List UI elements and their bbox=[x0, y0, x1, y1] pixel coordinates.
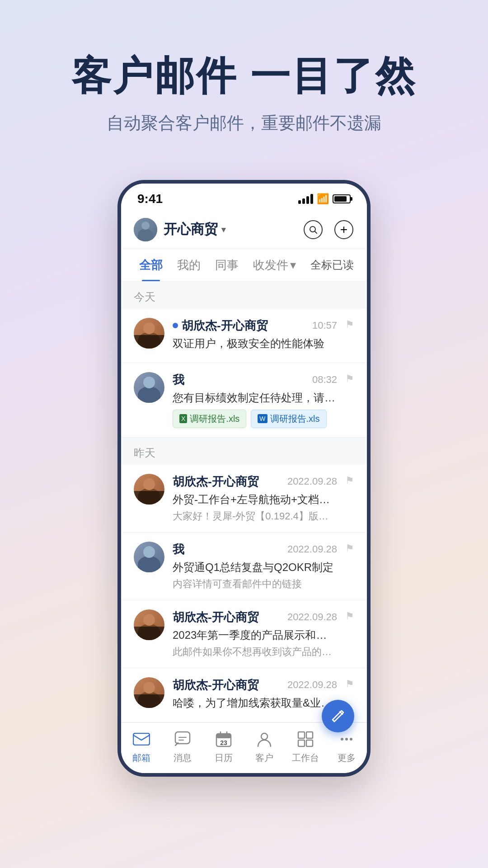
flag-icon[interactable]: ⚑ bbox=[345, 610, 354, 622]
nav-customers-label: 客户 bbox=[255, 752, 273, 764]
chat-icon bbox=[173, 729, 192, 749]
email-content: 我 08:32 您有目标绩效制定任待处理，请及时添加... X 调研报告.xls… bbox=[173, 372, 337, 428]
email-item[interactable]: 胡欣杰-开心商贸 10:57 双证用户，极致安全的性能体验 ⚑ bbox=[121, 309, 367, 363]
hero-section: 客户邮件 一目了然 自动聚合客户邮件，重要邮件不遗漏 bbox=[0, 0, 488, 171]
header-company[interactable]: 开心商贸 ▾ bbox=[164, 220, 225, 239]
hero-subtitle: 自动聚合客户邮件，重要邮件不遗漏 bbox=[27, 112, 461, 135]
email-content: 胡欣杰-开心商贸 2022.09.28 外贸-工作台+左导航拖动+文档聚合上..… bbox=[173, 474, 337, 523]
battery-icon bbox=[333, 194, 351, 203]
edit-icon bbox=[331, 709, 345, 723]
email-subject: 外贸通Q1总结复盘与Q2OKR制定 bbox=[173, 560, 337, 575]
email-preview: 内容详情可查看邮件中的链接 bbox=[173, 577, 337, 591]
phone-mockup: 9:41 📶 开心商贸 ▾ bbox=[117, 180, 371, 777]
nav-more[interactable]: 更多 bbox=[326, 729, 367, 764]
svg-rect-14 bbox=[298, 740, 305, 746]
sender-avatar bbox=[134, 372, 164, 403]
email-item[interactable]: 我 08:32 您有目标绩效制定任待处理，请及时添加... X 调研报告.xls… bbox=[121, 363, 367, 438]
nav-calendar[interactable]: 23 日历 bbox=[203, 729, 244, 764]
email-sender: 我 bbox=[173, 542, 184, 557]
sender-avatar bbox=[134, 542, 164, 572]
word-icon: W bbox=[258, 414, 267, 423]
email-list: 今天 胡欣杰-开心商贸 10:57 双证用户，极 bbox=[121, 282, 367, 722]
excel-icon: X bbox=[179, 414, 187, 423]
flag-icon[interactable]: ⚑ bbox=[345, 475, 354, 486]
unread-indicator bbox=[173, 323, 178, 328]
email-sender: 胡欣杰-开心商贸 bbox=[173, 318, 268, 334]
status-bar: 9:41 📶 bbox=[121, 184, 367, 211]
svg-rect-2 bbox=[133, 733, 150, 745]
email-preview: 此邮件如果你不想再收到该产品的提示... bbox=[173, 645, 337, 659]
signal-icon bbox=[298, 194, 313, 204]
chevron-down-icon: ▾ bbox=[221, 225, 225, 235]
attachment-excel[interactable]: X 调研报告.xls bbox=[173, 410, 246, 428]
sender-avatar bbox=[134, 609, 164, 640]
nav-calendar-label: 日历 bbox=[215, 752, 233, 764]
svg-line-1 bbox=[315, 231, 317, 233]
dropdown-arrow-icon: ▾ bbox=[290, 258, 296, 272]
flag-icon[interactable]: ⚑ bbox=[345, 542, 354, 554]
sender-avatar bbox=[134, 318, 164, 349]
email-subject: 外贸-工作台+左导航拖动+文档聚合上... bbox=[173, 492, 337, 507]
svg-rect-13 bbox=[306, 732, 313, 738]
phone-wrapper: 9:41 📶 开心商贸 ▾ bbox=[0, 171, 488, 777]
email-item[interactable]: 胡欣杰-开心商贸 2022.09.28 2023年第一季度的产品展示和样本需求.… bbox=[121, 600, 367, 668]
svg-point-16 bbox=[341, 738, 343, 741]
email-sender: 胡欣杰-开心商贸 bbox=[173, 474, 259, 490]
tab-mark-all-read[interactable]: 全标已读 bbox=[303, 250, 361, 280]
svg-point-18 bbox=[350, 738, 352, 741]
header-left[interactable]: 开心商贸 ▾ bbox=[134, 218, 225, 241]
tab-bar: 全部 我的 同事 收发件 ▾ 全标已读 bbox=[121, 249, 367, 282]
nav-messages[interactable]: 消息 bbox=[162, 729, 203, 764]
attachment-word[interactable]: W 调研报告.xls bbox=[251, 410, 326, 428]
mail-icon bbox=[131, 729, 151, 749]
tab-colleagues[interactable]: 同事 bbox=[208, 249, 246, 281]
email-content: 胡欣杰-开心商贸 2022.09.28 2023年第一季度的产品展示和样本需求.… bbox=[173, 609, 337, 659]
sender-avatar bbox=[134, 474, 164, 505]
tab-all[interactable]: 全部 bbox=[132, 249, 170, 281]
email-subject: 2023年第一季度的产品展示和样本需求... bbox=[173, 628, 337, 642]
svg-rect-15 bbox=[306, 740, 313, 746]
search-button[interactable] bbox=[303, 219, 324, 240]
email-time: 08:32 bbox=[312, 374, 337, 386]
tab-mine[interactable]: 我的 bbox=[170, 249, 208, 281]
email-time: 10:57 bbox=[312, 320, 337, 331]
header-actions: + bbox=[303, 219, 354, 240]
email-time: 2022.09.28 bbox=[287, 543, 337, 555]
nav-customers[interactable]: 客户 bbox=[244, 729, 285, 764]
compose-button[interactable] bbox=[322, 700, 354, 732]
email-content: 胡欣杰-开心商贸 2022.09.28 哈喽，为了增加线索获取量&业务方向的..… bbox=[173, 677, 337, 713]
search-icon bbox=[304, 220, 323, 239]
email-subject: 双证用户，极致安全的性能体验 bbox=[173, 336, 337, 351]
nav-more-label: 更多 bbox=[338, 752, 356, 764]
flag-icon[interactable]: ⚑ bbox=[345, 678, 354, 690]
nav-mailbox[interactable]: 邮箱 bbox=[121, 729, 162, 764]
email-time: 2022.09.28 bbox=[287, 679, 337, 691]
person-icon bbox=[254, 729, 274, 749]
flag-icon[interactable]: ⚑ bbox=[345, 319, 354, 330]
section-today: 今天 bbox=[121, 282, 367, 309]
svg-point-11 bbox=[261, 733, 267, 740]
email-subject: 您有目标绩效制定任待处理，请及时添加... bbox=[173, 391, 337, 405]
svg-text:23: 23 bbox=[220, 739, 227, 746]
attachments: X 调研报告.xls W 调研报告.xls bbox=[173, 410, 337, 428]
status-time: 9:41 bbox=[137, 192, 163, 206]
nav-workspace[interactable]: 工作台 bbox=[285, 729, 326, 764]
app-header: 开心商贸 ▾ + bbox=[121, 211, 367, 249]
tab-sendreceive[interactable]: 收发件 ▾ bbox=[246, 249, 303, 281]
section-yesterday: 昨天 bbox=[121, 438, 367, 465]
email-time: 2022.09.28 bbox=[287, 611, 337, 623]
email-item[interactable]: 胡欣杰-开心商贸 2022.09.28 外贸-工作台+左导航拖动+文档聚合上..… bbox=[121, 465, 367, 533]
wifi-icon: 📶 bbox=[317, 193, 329, 205]
email-subject: 哈喽，为了增加线索获取量&业务方向的... bbox=[173, 696, 337, 710]
email-sender: 胡欣杰-开心商贸 bbox=[173, 677, 259, 693]
flag-icon[interactable]: ⚑ bbox=[345, 373, 354, 385]
add-button[interactable]: + bbox=[333, 219, 354, 240]
svg-rect-12 bbox=[298, 732, 305, 738]
grid-icon bbox=[296, 729, 315, 749]
email-item[interactable]: 我 2022.09.28 外贸通Q1总结复盘与Q2OKR制定 内容详情可查看邮件… bbox=[121, 533, 367, 600]
avatar[interactable] bbox=[134, 218, 157, 241]
nav-messages-label: 消息 bbox=[174, 752, 192, 764]
svg-rect-7 bbox=[216, 734, 231, 738]
nav-workspace-label: 工作台 bbox=[292, 752, 319, 764]
email-sender: 胡欣杰-开心商贸 bbox=[173, 609, 259, 625]
